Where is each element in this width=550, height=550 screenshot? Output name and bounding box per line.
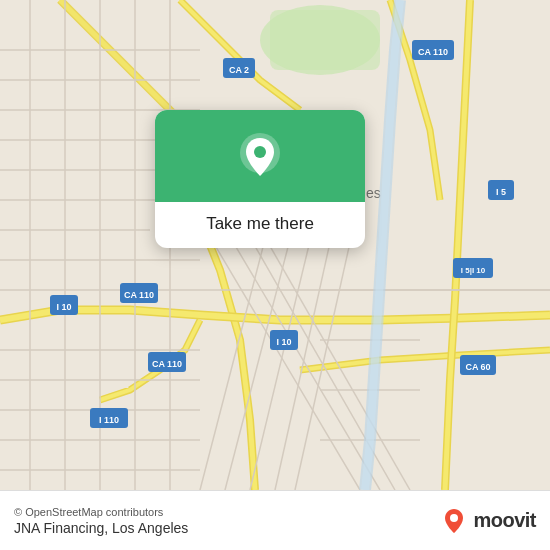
svg-text:I 10: I 10 <box>276 337 291 347</box>
svg-point-60 <box>254 146 266 158</box>
svg-text:I 110: I 110 <box>99 415 119 425</box>
map-attribution: © OpenStreetMap contributors <box>14 506 188 518</box>
take-me-there-button[interactable]: Take me there <box>206 202 314 248</box>
location-pin-icon <box>234 132 286 184</box>
place-name: JNA Financing, Los Angeles <box>14 520 188 536</box>
svg-text:I 5: I 5 <box>496 187 506 197</box>
action-card[interactable]: Take me there <box>155 110 365 248</box>
svg-point-61 <box>450 514 458 522</box>
svg-text:CA 110: CA 110 <box>152 359 182 369</box>
svg-text:I 10: I 10 <box>56 302 71 312</box>
svg-text:CA 60: CA 60 <box>465 362 490 372</box>
card-green-area <box>155 110 365 202</box>
moovit-text: moovit <box>473 509 536 532</box>
moovit-icon <box>440 507 468 535</box>
svg-text:CA 110: CA 110 <box>418 47 448 57</box>
moovit-logo: moovit <box>440 507 536 535</box>
svg-text:CA 2: CA 2 <box>229 65 249 75</box>
svg-text:I 5|I 10: I 5|I 10 <box>461 266 486 275</box>
map-container: US 101 CA 2 CA 110 CA 110 I 10 I 10 I 11… <box>0 0 550 490</box>
svg-text:CA 110: CA 110 <box>124 290 154 300</box>
bottom-bar: © OpenStreetMap contributors JNA Financi… <box>0 490 550 550</box>
svg-rect-3 <box>270 10 380 70</box>
